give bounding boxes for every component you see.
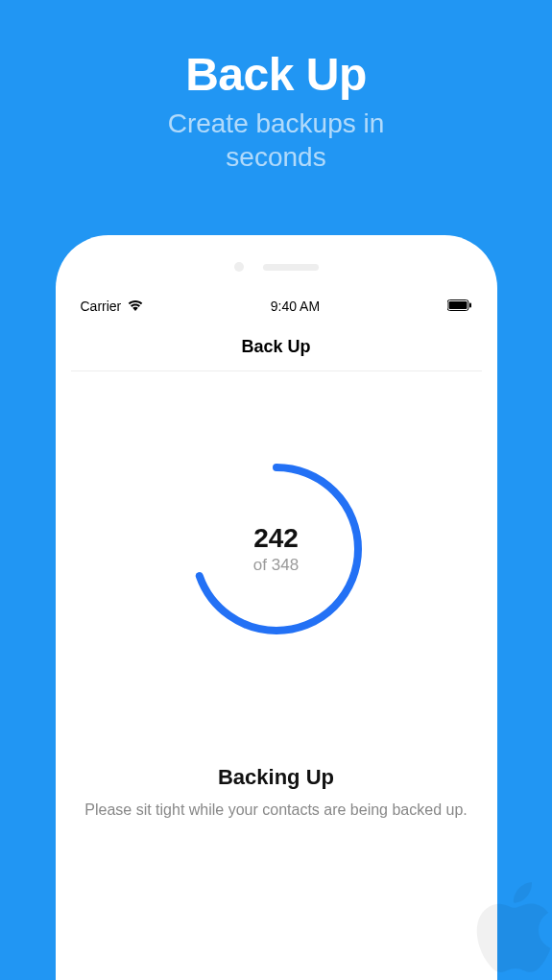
promo-subtitle-line1: Create backups in bbox=[168, 108, 385, 138]
speaker-slot-icon bbox=[263, 264, 319, 271]
status-bar-right bbox=[447, 299, 472, 314]
svg-rect-2 bbox=[469, 303, 471, 308]
promo-subtitle-line2: seconds bbox=[226, 142, 325, 172]
camera-dot-icon bbox=[234, 262, 244, 272]
battery-icon bbox=[447, 299, 472, 314]
watermark-icon bbox=[469, 874, 552, 980]
progress-ring: 242 of 348 bbox=[185, 458, 368, 640]
svg-rect-1 bbox=[448, 301, 467, 309]
progress-total: of 348 bbox=[253, 556, 299, 575]
wifi-icon bbox=[128, 299, 143, 314]
status-bar-left: Carrier bbox=[81, 299, 144, 314]
status-title: Backing Up bbox=[84, 765, 467, 790]
progress-current: 242 bbox=[253, 523, 299, 554]
promo-header: Back Up Create backups in seconds bbox=[0, 0, 552, 174]
carrier-label: Carrier bbox=[81, 299, 122, 314]
promo-subtitle: Create backups in seconds bbox=[0, 107, 552, 174]
nav-title: Back Up bbox=[71, 337, 482, 371]
phone-hardware bbox=[56, 262, 497, 272]
progress-center: 242 of 348 bbox=[185, 458, 368, 640]
status-description: Please sit tight while your contacts are… bbox=[84, 800, 467, 821]
status-block: Backing Up Please sit tight while your c… bbox=[56, 765, 495, 821]
clock-label: 9:40 AM bbox=[271, 299, 320, 314]
promo-title: Back Up bbox=[0, 48, 552, 101]
progress-area: 242 of 348 Backing Up Please sit tight w… bbox=[56, 458, 497, 821]
phone-frame: Carrier 9:40 AM Back Up bbox=[56, 235, 497, 980]
status-bar: Carrier 9:40 AM bbox=[56, 299, 497, 314]
